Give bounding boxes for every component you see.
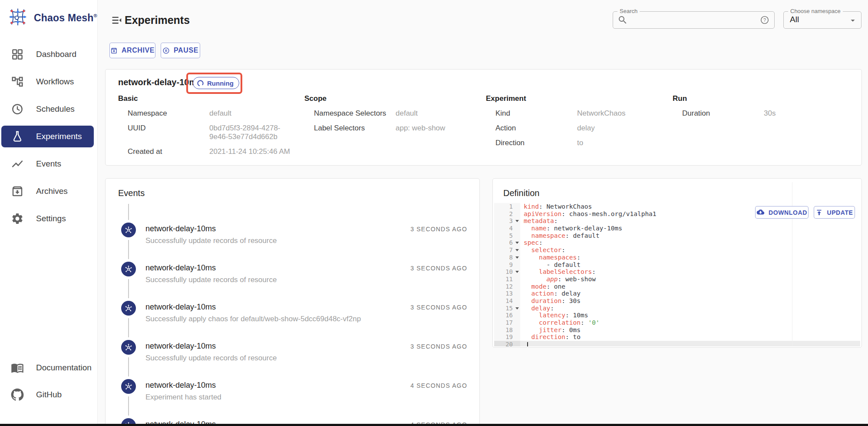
code-line: 5 namespace: default <box>494 232 860 240</box>
search-input[interactable] <box>628 13 760 27</box>
section-basic: BasicNamespacedefaultUUID0bd7d5f3-2894-4… <box>118 94 300 162</box>
code-token: : <box>554 290 561 297</box>
code-token: : <box>561 210 569 217</box>
sidebar-item-github[interactable]: GitHub <box>1 384 99 406</box>
code-token: : <box>565 232 573 239</box>
pause-button[interactable]: PAUSE <box>161 43 200 58</box>
info-row-kind: KindNetworkChaos <box>486 109 668 118</box>
code-token: : <box>539 239 543 246</box>
screenshot-bottom-bar <box>0 424 868 426</box>
network-chaos-event-icon <box>121 379 136 394</box>
code-text: selector: <box>520 246 565 254</box>
code-line: 18 jitter: 0ms <box>494 326 860 334</box>
line-number: 12 <box>494 283 514 290</box>
search-field: Search ? <box>613 11 775 29</box>
archive-button-label: ARCHIVE <box>122 47 155 54</box>
code-text: latency: 10ms <box>520 312 588 319</box>
settings-icon <box>11 212 24 225</box>
sidebar-item-documentation[interactable]: Documentation <box>1 357 99 379</box>
section-run: RunDuration30s <box>673 94 855 124</box>
line-number: 7 <box>494 246 514 254</box>
info-value: app: web-show <box>396 124 482 133</box>
fold-gutter <box>514 261 520 269</box>
code-text: labelSelectors: <box>520 268 596 276</box>
code-token <box>524 312 539 319</box>
line-number: 8 <box>494 254 514 261</box>
info-row-label-selectors: Label Selectorsapp: web-show <box>304 124 487 133</box>
code-token: delay <box>531 305 550 312</box>
fold-arrow-icon[interactable] <box>514 239 520 246</box>
update-button[interactable]: UPDATE <box>814 206 855 219</box>
collapse-sidebar-icon[interactable] <box>111 14 122 26</box>
code-token <box>524 254 539 261</box>
line-number: 10 <box>494 268 514 276</box>
download-button[interactable]: DOWNLOAD <box>755 206 809 219</box>
code-text: direction: to <box>520 333 581 341</box>
code-token <box>524 290 531 297</box>
update-button-label: UPDATE <box>827 209 853 216</box>
namespace-select-label: Choose namespace <box>788 8 843 14</box>
event-message: Successfully update records of resource <box>145 354 277 363</box>
pause-icon <box>162 47 170 54</box>
code-token: : <box>561 246 565 253</box>
events-card: Events network-delay-10msSuccessfully up… <box>105 178 480 426</box>
yaml-editor[interactable]: 1kind: NetworkChaos2apiVersion: chaos-me… <box>494 203 860 346</box>
timeline-connector <box>128 240 129 259</box>
fold-arrow-icon[interactable] <box>514 246 520 254</box>
sidebar-item-label: Settings <box>36 214 66 223</box>
sidebar-item-schedules[interactable]: Schedules <box>1 98 94 120</box>
archive-button[interactable]: ARCHIVE <box>109 43 155 58</box>
section-title: Basic <box>118 94 300 103</box>
sidebar-item-dashboard[interactable]: Dashboard <box>1 43 94 65</box>
code-line: 15 delay: <box>494 305 860 312</box>
event-message: Successfully update records of resource <box>145 236 277 245</box>
namespace-select[interactable]: Choose namespace All <box>783 11 861 29</box>
code-token: kind <box>524 203 539 210</box>
code-token: : <box>581 319 588 326</box>
code-token: name <box>531 225 546 232</box>
sidebar-item-label: Workflows <box>36 77 74 87</box>
fold-gutter <box>514 232 520 240</box>
chaos-mesh-logo-icon <box>8 7 28 29</box>
code-line: 19 direction: to <box>494 333 860 341</box>
code-token: direction <box>531 333 565 340</box>
section-title: Scope <box>304 94 487 103</box>
code-token: network-delay-10ms <box>554 225 622 232</box>
registered-mark: ® <box>93 13 97 18</box>
documentation-icon <box>11 361 24 374</box>
code-token: labelSelectors <box>539 268 592 275</box>
fold-arrow-icon[interactable] <box>514 254 520 261</box>
fold-gutter <box>514 290 520 297</box>
event-timestamp: 3 SECONDS AGO <box>410 343 467 350</box>
app-logo[interactable]: Chaos Mesh® <box>8 7 97 29</box>
code-line: 8 namespaces: <box>494 254 860 261</box>
fold-arrow-icon[interactable] <box>514 217 520 225</box>
code-token <box>524 319 539 326</box>
info-label: Namespace Selectors <box>304 109 396 118</box>
code-token: app <box>546 276 558 283</box>
sidebar-item-archives[interactable]: Archives <box>1 180 94 202</box>
section-title: Run <box>673 94 855 103</box>
experiment-detail-card: network-delay-10ms Running BasicNamespac… <box>105 69 862 166</box>
code-text: duration: 30s <box>520 297 581 305</box>
code-line: 20 <box>494 341 860 346</box>
fold-gutter <box>514 297 520 305</box>
sidebar-item-experiments[interactable]: Experiments <box>1 126 94 147</box>
event-title: network-delay-10ms <box>145 263 216 273</box>
timeline-connector <box>128 318 129 337</box>
code-text: apiVersion: chaos-mesh.org/v1alpha1 <box>520 210 657 218</box>
code-line: 17 correlation: '0' <box>494 319 860 326</box>
sidebar-item-workflows[interactable]: Workflows <box>1 71 94 93</box>
fold-arrow-icon[interactable] <box>514 305 520 312</box>
code-token: default <box>573 232 600 239</box>
code-token <box>524 232 531 239</box>
fold-arrow-icon[interactable] <box>514 268 520 276</box>
info-value: NetworkChaos <box>577 109 664 118</box>
code-text: correlation: '0' <box>520 319 600 326</box>
sidebar-item-settings[interactable]: Settings <box>1 208 94 230</box>
code-token: : <box>554 217 558 224</box>
search-help-icon[interactable]: ? <box>760 15 769 25</box>
sidebar-item-label: Dashboard <box>36 50 76 59</box>
experiments-icon <box>11 130 24 143</box>
sidebar-item-events[interactable]: Events <box>1 153 94 175</box>
